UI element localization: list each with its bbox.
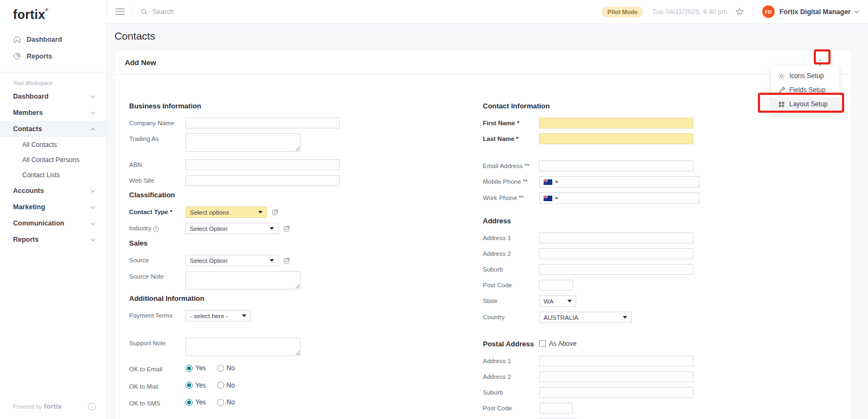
postal-address2-input[interactable] bbox=[539, 371, 693, 382]
select-value: - select here - bbox=[190, 313, 228, 319]
caret-down-icon bbox=[270, 227, 274, 230]
powered-by-text: Powered by bbox=[13, 404, 42, 410]
source-note-textarea[interactable] bbox=[186, 271, 301, 289]
sidebar-item-marketing[interactable]: Marketing bbox=[0, 199, 106, 215]
address2-input[interactable] bbox=[539, 248, 693, 259]
caret-down-icon bbox=[242, 314, 246, 317]
support-note-textarea[interactable] bbox=[186, 338, 301, 356]
postal-address1-input[interactable] bbox=[539, 356, 693, 366]
source-select[interactable]: Select Option bbox=[186, 255, 278, 266]
section-title-address: Address bbox=[483, 217, 851, 225]
sidebar-item-all-contact-persons[interactable]: All Contact Persons bbox=[0, 152, 106, 167]
help-icon[interactable]: ? bbox=[153, 226, 159, 232]
industry-select[interactable]: Select Option bbox=[186, 223, 278, 234]
last-name-input[interactable] bbox=[539, 133, 693, 144]
user-name[interactable]: Fortix Digital Manager bbox=[780, 8, 851, 16]
topbar-divider bbox=[132, 7, 133, 17]
sidebar-item-dashboard[interactable]: Dashboard bbox=[0, 88, 106, 105]
field-row-postal-post-code: Post Code bbox=[483, 403, 851, 414]
nav-label: Accounts bbox=[13, 187, 44, 195]
field-label: Post Code bbox=[483, 280, 539, 290]
suburb-input[interactable] bbox=[539, 264, 693, 275]
field-label: Source Note bbox=[129, 271, 186, 281]
mobile-phone-input[interactable] bbox=[539, 176, 699, 188]
radio-no[interactable] bbox=[217, 365, 224, 372]
menu-item-icons-setup[interactable]: Icons Setup bbox=[771, 69, 839, 83]
sidebar-item-dashboard-quick[interactable]: Dashboard bbox=[0, 31, 106, 48]
gear-icon bbox=[778, 73, 785, 80]
australia-flag-icon[interactable] bbox=[544, 196, 552, 201]
section-title-sales: Sales bbox=[129, 239, 483, 247]
work-phone-input[interactable] bbox=[539, 192, 699, 204]
menu-item-layout-setup[interactable]: Layout Setup bbox=[771, 97, 839, 111]
post-code-input[interactable] bbox=[539, 280, 573, 291]
edit-icon[interactable] bbox=[283, 224, 290, 234]
section-title-classification: Classification bbox=[129, 191, 483, 199]
search-input[interactable] bbox=[152, 8, 250, 16]
country-select[interactable]: AUSTRALIA bbox=[539, 312, 631, 323]
payment-terms-select[interactable]: - select here - bbox=[186, 310, 251, 321]
chevron-down-icon[interactable] bbox=[854, 9, 859, 13]
field-row-trading-as: Trading As bbox=[129, 133, 483, 152]
as-above-checkbox[interactable] bbox=[539, 340, 546, 347]
card-options-menu: Icons Setup Fields Setup Layout Setup bbox=[771, 66, 839, 114]
info-icon[interactable]: i bbox=[88, 403, 95, 410]
field-label: Address 1 bbox=[483, 233, 539, 243]
field-row-address1: Address 1 bbox=[483, 233, 851, 243]
state-select[interactable]: WA bbox=[539, 295, 576, 307]
form-left-column: Business Information Company Name Tradin… bbox=[129, 102, 483, 419]
field-row-abn: ABN bbox=[129, 159, 483, 170]
menu-item-fields-setup[interactable]: Fields Setup bbox=[771, 83, 839, 97]
field-label: State bbox=[483, 295, 539, 306]
radio-no[interactable] bbox=[217, 382, 224, 389]
email-address-input[interactable] bbox=[539, 160, 693, 171]
radio-yes-selected[interactable] bbox=[186, 365, 193, 372]
sidebar-item-members[interactable]: Members bbox=[0, 105, 106, 121]
trading-as-textarea[interactable] bbox=[186, 133, 301, 152]
radio-no[interactable] bbox=[217, 399, 224, 406]
sidebar-item-reports[interactable]: Reports bbox=[0, 231, 106, 248]
search-icon[interactable] bbox=[141, 8, 148, 16]
field-row-payment-terms: Payment Terms - select here - bbox=[129, 310, 483, 321]
postal-post-code-input[interactable] bbox=[539, 403, 573, 414]
field-row-source: Source Select Option bbox=[129, 255, 483, 266]
edit-icon[interactable] bbox=[283, 256, 290, 266]
address1-input[interactable] bbox=[539, 233, 693, 243]
field-row-postal-address1: Address 1 bbox=[483, 356, 851, 366]
topbar-divider bbox=[753, 6, 754, 18]
radio-yes-selected[interactable] bbox=[186, 382, 193, 389]
edit-icon[interactable] bbox=[272, 208, 279, 218]
company-name-input[interactable] bbox=[186, 118, 340, 128]
hamburger-icon[interactable] bbox=[116, 7, 125, 16]
sidebar-item-all-contacts[interactable]: All Contacts bbox=[0, 137, 106, 152]
as-above-checkbox-row: As Above bbox=[539, 340, 577, 347]
field-label: Industry? bbox=[129, 223, 186, 233]
pie-chart-icon bbox=[13, 52, 21, 60]
field-label: Support Note bbox=[129, 338, 186, 348]
sidebar-item-contact-lists[interactable]: Contact Lists bbox=[0, 167, 106, 183]
radio-yes-selected[interactable] bbox=[186, 399, 193, 406]
sidebar-item-accounts[interactable]: Accounts bbox=[0, 183, 106, 199]
contact-type-select[interactable]: Select options bbox=[186, 207, 267, 218]
postal-suburb-input[interactable] bbox=[539, 387, 693, 398]
workspace-label: Your Workspace bbox=[0, 73, 106, 88]
caret-down-icon bbox=[270, 259, 274, 262]
sidebar-item-contacts[interactable]: Contacts bbox=[0, 121, 106, 137]
star-icon[interactable] bbox=[735, 7, 744, 16]
web-site-input[interactable] bbox=[186, 175, 340, 186]
field-label: Address 2 bbox=[483, 248, 539, 259]
field-row-postal-address2: Address 2 bbox=[483, 371, 851, 382]
sidebar-item-communication[interactable]: Communication bbox=[0, 215, 106, 231]
radio-label: No bbox=[227, 398, 235, 406]
abn-input[interactable] bbox=[186, 159, 340, 170]
field-label: Address 1 bbox=[483, 356, 539, 366]
avatar[interactable]: FD bbox=[762, 5, 775, 18]
checkbox-label: As Above bbox=[549, 340, 577, 347]
first-name-input[interactable] bbox=[539, 118, 693, 128]
nav-label: Marketing bbox=[13, 203, 45, 211]
australia-flag-icon[interactable] bbox=[544, 179, 552, 185]
field-label: Address 2 bbox=[483, 371, 539, 382]
sidebar-nav: Dashboard Members Contacts All Contacts … bbox=[0, 88, 106, 248]
fortix-logo[interactable]: fortix® bbox=[0, 0, 106, 28]
sidebar-item-reports-quick[interactable]: Reports bbox=[0, 48, 106, 65]
